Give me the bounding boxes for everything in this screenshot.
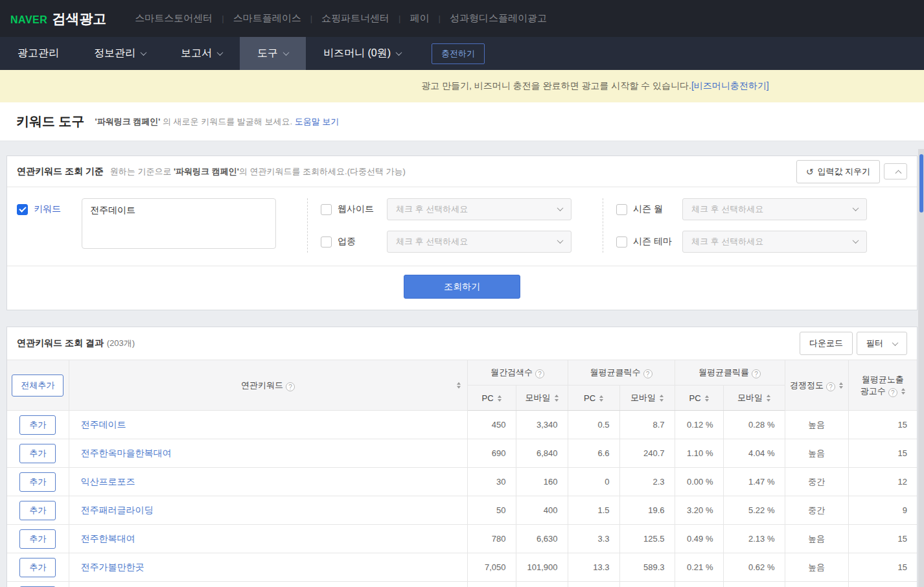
season-theme-checkbox[interactable] [616,236,627,247]
chevron-down-icon [283,49,290,56]
season-theme-field-row: 시즌 테마 체크 후 선택하세요 [616,231,898,253]
family-service-links: 스마트스토어센터 | 스마트플레이스 | 쇼핑파트너센터 | 페이 | 성과형디… [126,12,556,25]
keyword-link[interactable]: 전주패러글라이딩 [81,505,154,515]
clicks-mobile-cell: 589.3 [619,553,675,582]
sort-icon[interactable] [767,395,770,402]
nav-bizmoney[interactable]: 비즈머니 (0원) [306,37,419,70]
avg-ad-count-column-header[interactable]: 월평균노출 광고수? [848,360,917,411]
clear-inputs-button[interactable]: ↺입력값 지우기 [796,160,880,183]
sort-icon[interactable] [660,395,664,402]
sort-icon[interactable] [839,382,843,389]
search-mobile-subheader[interactable]: 모바일 [516,386,568,411]
search-pc-subheader[interactable]: PC [467,386,516,411]
keyword-column-header[interactable]: 연관키워드? [69,360,467,411]
add-all-header-cell: 전체추가 [7,360,69,411]
help-icon[interactable]: ? [535,369,544,378]
charge-button[interactable]: 충전하기 [432,43,485,64]
search-mobile-cell: 6,630 [516,525,568,553]
sort-icon[interactable] [498,395,502,402]
add-keyword-button[interactable]: 추가 [19,472,56,492]
link-smartstore-center[interactable]: 스마트스토어센터 [126,12,222,25]
naver-searchad-logo[interactable]: NAVER 검색광고 [10,10,106,28]
season-month-checkbox-wrap[interactable]: 시즌 월 [616,203,682,215]
clicks-pc-cell: 13.3 [568,553,619,582]
nav-report[interactable]: 보고서 [163,37,240,70]
nav-ad-management[interactable]: 광고관리 [0,37,76,70]
industry-checkbox[interactable] [321,236,332,247]
ctr-mobile-cell: 1.47 % [723,468,785,496]
ctr-pc-subheader[interactable]: PC [675,386,723,411]
clicks-mobile-subheader[interactable]: 모바일 [619,386,675,411]
industry-select[interactable]: 체크 후 선택하세요 [387,231,572,253]
keyword-link[interactable]: 전주한옥마을한복대여 [81,448,172,458]
season-month-checkbox[interactable] [616,204,627,215]
pc-label: PC [481,393,493,403]
industry-checkbox-label: 업종 [338,236,356,247]
scrollbar-thumb[interactable] [919,154,923,213]
monthly-search-label: 월간검색수 [491,367,533,377]
website-checkbox[interactable] [321,204,332,215]
help-icon[interactable]: ? [752,369,761,378]
ctr-pc-cell: 0.12 % [675,411,723,439]
naver-logo-text: NAVER [10,14,47,26]
search-mobile-cell: 400 [516,496,568,525]
help-icon[interactable]: ? [888,388,897,397]
season-month-select-placeholder: 체크 후 선택하세요 [691,203,763,215]
collapse-panel-button[interactable] [884,163,907,179]
help-link[interactable]: 도움말 보기 [295,117,340,126]
sort-icon[interactable] [599,395,603,402]
industry-checkbox-wrap[interactable]: 업종 [321,236,387,247]
help-icon[interactable]: ? [826,382,835,391]
campaign-name: '파워링크 캠페인' [95,117,161,126]
clicks-pc-subheader[interactable]: PC [568,386,619,411]
sort-icon[interactable] [457,382,461,389]
add-keyword-button[interactable]: 추가 [19,501,56,520]
table-row: 추가 전주한옥마을한복대여 690 6,840 6.6 240.7 1.10 %… [7,439,917,468]
help-icon[interactable]: ? [286,382,295,391]
criteria-submit-row: 조회하기 [7,266,917,310]
link-pay[interactable]: 페이 [401,12,439,25]
monthly-ctr-label: 월평균클릭률 [699,367,749,377]
chevron-down-icon [892,340,899,346]
website-select[interactable]: 체크 후 선택하세요 [387,198,572,220]
download-button[interactable]: 다운로드 [800,332,853,355]
keyword-link[interactable]: 전주데이트 [81,419,126,430]
sort-icon[interactable] [705,395,709,402]
season-month-select[interactable]: 체크 후 선택하세요 [682,198,867,220]
keyword-link[interactable]: 익산프로포즈 [81,476,135,487]
keyword-checkbox[interactable] [17,204,28,215]
competition-label: 경쟁정도 [790,380,824,390]
add-keyword-button[interactable]: 추가 [19,529,56,549]
ctr-mobile-subheader[interactable]: 모바일 [723,386,785,411]
vertical-scrollbar[interactable] [918,149,924,587]
add-all-button[interactable]: 전체추가 [12,374,64,397]
search-keywords-button[interactable]: 조회하기 [404,275,520,299]
link-smartplace[interactable]: 스마트플레이스 [224,12,310,25]
nav-tools[interactable]: 도구 [240,37,306,70]
table-row: 추가 익산프로포즈 30 160 0 2.3 0.00 % 1.47 % 중간 … [7,468,917,496]
season-theme-checkbox-wrap[interactable]: 시즌 테마 [616,236,682,247]
add-keyword-button[interactable]: 추가 [19,415,56,435]
nav-label: 정보관리 [94,47,135,60]
competition-column-header[interactable]: 경쟁정도? [785,360,848,411]
link-shopping-partner-center[interactable]: 쇼핑파트너센터 [312,12,398,25]
chevron-down-icon [396,49,402,56]
help-icon[interactable]: ? [643,369,653,378]
filter-button[interactable]: 필터 [857,332,907,355]
add-keyword-button[interactable]: 추가 [19,444,56,463]
keyword-link[interactable]: 전주가볼만한곳 [81,562,144,572]
sort-icon[interactable] [901,388,905,395]
website-checkbox-wrap[interactable]: 웹사이트 [321,203,387,215]
sort-icon[interactable] [555,395,559,402]
ad-count-cell: 15 [848,439,917,468]
criteria-panel: 연관키워드 조회 기준 원하는 기준으로 '파워링크 캠페인'의 연관키워드를 … [6,155,918,310]
add-keyword-button[interactable]: 추가 [19,558,56,577]
season-theme-select[interactable]: 체크 후 선택하세요 [682,231,867,253]
keyword-checkbox-wrap[interactable]: 키워드 [17,203,82,215]
keyword-link[interactable]: 전주한복대여 [81,533,135,544]
bizmoney-charge-link[interactable]: [비즈머니충전하기] [691,80,769,92]
keyword-input[interactable]: 전주데이트 [82,198,276,249]
link-display-ad[interactable]: 성과형디스플레이광고 [441,12,556,25]
nav-info-management[interactable]: 정보관리 [76,37,163,70]
competition-cell: 높음 [785,439,848,468]
